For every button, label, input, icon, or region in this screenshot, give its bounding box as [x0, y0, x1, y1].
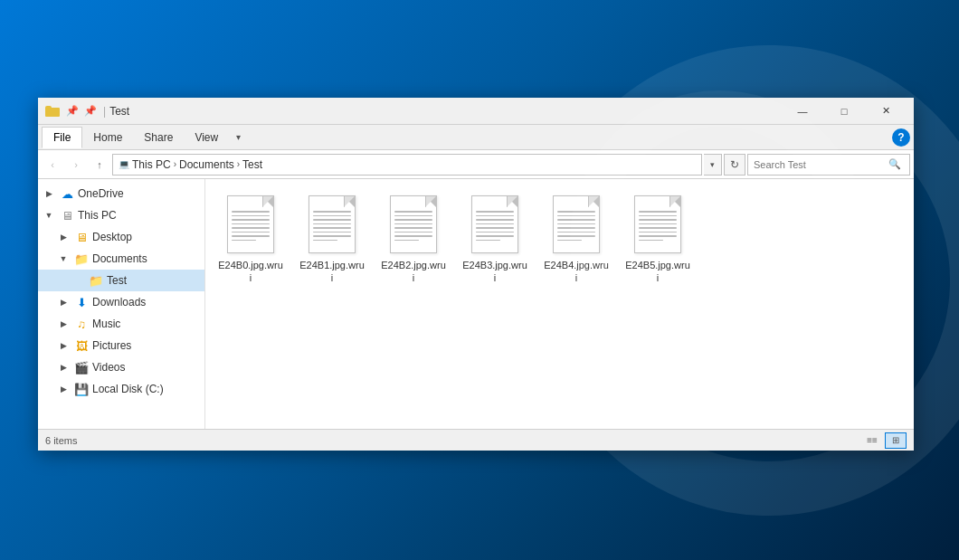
pin-icon: 📌 [65, 104, 80, 119]
icons-view-button[interactable]: ⊞ [885, 432, 907, 449]
documents-icon: 📁 [74, 252, 89, 266]
sidebar-item-videos[interactable]: ▶ 🎬 Videos [38, 356, 204, 378]
sidebar-item-music[interactable]: ▶ ♫ Music [38, 313, 204, 335]
file-name: E24B1.jpg.wrui [299, 259, 365, 285]
fold-corner [669, 196, 680, 207]
sidebar-item-local-disk[interactable]: ▶ 💾 Local Disk (C:) [38, 378, 204, 400]
search-icon[interactable]: 🔍 [886, 158, 904, 170]
sidebar-label-local-disk: Local Disk (C:) [92, 383, 164, 395]
window-title: Test [109, 105, 782, 118]
file-icon-wrap [305, 192, 359, 257]
search-box: 🔍 [747, 154, 910, 176]
tab-home[interactable]: Home [82, 128, 133, 147]
status-bar: 6 items ≡≡ ⊞ [38, 429, 914, 451]
expand-pictures-icon: ▶ [56, 338, 71, 353]
local-disk-icon: 💾 [74, 382, 89, 396]
sidebar-label-desktop: Desktop [92, 231, 132, 243]
file-icon-wrap [386, 192, 441, 257]
details-view-button[interactable]: ≡≡ [861, 432, 883, 449]
file-name: E24B2.jpg.wrui [381, 259, 446, 285]
onedrive-icon: ☁ [60, 186, 74, 201]
search-input[interactable] [754, 159, 886, 170]
expand-videos-icon: ▶ [56, 360, 71, 375]
ribbon-expand-icon[interactable]: ▾ [229, 128, 247, 147]
path-test: Test [242, 158, 262, 171]
item-count: 6 items [45, 435, 77, 446]
file-name: E24B0.jpg.wrui [218, 259, 283, 285]
fold-corner [262, 196, 273, 207]
sidebar-label-pictures: Pictures [92, 339, 131, 352]
sidebar-item-test[interactable]: 📁 Test [38, 270, 204, 291]
file-item[interactable]: E24B0.jpg.wrui [214, 188, 287, 289]
sidebar-item-downloads[interactable]: ▶ ⬇ Downloads [38, 291, 204, 313]
file-item[interactable]: E24B3.jpg.wrui [459, 188, 531, 289]
sidebar-item-pictures[interactable]: ▶ 🖼 Pictures [38, 335, 204, 356]
path-sep-2: › [237, 159, 240, 169]
sidebar-item-documents[interactable]: ▼ 📁 Documents [38, 248, 204, 270]
file-item[interactable]: E24B1.jpg.wrui [296, 188, 368, 289]
window-controls: — □ ✕ [782, 98, 907, 125]
sidebar-label-this-pc: This PC [78, 209, 117, 222]
window-icon [45, 104, 60, 119]
music-icon: ♫ [74, 317, 89, 331]
sidebar-label-videos: Videos [92, 361, 125, 374]
path-test-label: Test [242, 158, 262, 171]
document-icon [471, 195, 518, 253]
file-name: E24B5.jpg.wrui [625, 259, 690, 285]
path-pc-label: This PC [132, 158, 171, 171]
fold-corner [588, 196, 599, 207]
this-pc-icon: 🖥 [60, 208, 74, 223]
fold-corner [507, 196, 517, 207]
sidebar-item-desktop[interactable]: ▶ 🖥 Desktop [38, 226, 204, 248]
title-separator: | [103, 105, 106, 118]
file-item[interactable]: E24B2.jpg.wrui [377, 188, 450, 289]
desktop-icon: 🖥 [74, 230, 89, 244]
fold-corner [425, 196, 436, 207]
document-icon [227, 195, 274, 253]
document-icon [553, 195, 600, 253]
folder-icon [45, 106, 60, 117]
view-buttons: ≡≡ ⊞ [861, 432, 907, 449]
help-button[interactable]: ? [892, 128, 910, 147]
fold-corner [344, 196, 355, 207]
downloads-icon: ⬇ [74, 295, 89, 309]
refresh-button[interactable]: ↻ [724, 154, 745, 176]
pictures-icon: 🖼 [74, 338, 89, 353]
expand-desktop-icon: ▶ [56, 230, 71, 244]
expand-documents-icon: ▼ [56, 252, 71, 266]
address-dropdown[interactable]: ▾ [704, 154, 722, 176]
file-icon-wrap [468, 192, 522, 257]
forward-button[interactable]: › [65, 154, 87, 176]
pc-icon: 💻 [119, 159, 129, 169]
tab-file[interactable]: File [42, 127, 82, 148]
document-icon [309, 195, 356, 253]
file-item[interactable]: E24B4.jpg.wrui [540, 188, 612, 289]
expand-downloads-icon: ▶ [56, 295, 71, 309]
tab-share[interactable]: Share [133, 128, 184, 147]
expand-this-pc-icon: ▼ [42, 208, 56, 223]
address-bar: ‹ › ↑ 💻 This PC › Documents › Test ▾ ↻ 🔍 [38, 150, 914, 179]
tab-view[interactable]: View [184, 128, 229, 147]
doc-lines [639, 211, 677, 243]
minimize-button[interactable]: — [782, 98, 823, 125]
expand-local-disk-icon: ▶ [56, 382, 71, 396]
back-button[interactable]: ‹ [42, 154, 63, 176]
videos-icon: 🎬 [74, 360, 89, 375]
ribbon-menu: File Home Share View ▾ ? [38, 125, 914, 150]
sidebar-item-onedrive[interactable]: ▶ ☁ OneDrive [38, 183, 204, 204]
title-bar: 📌 📌 | Test — □ ✕ [38, 98, 914, 125]
sidebar-item-this-pc[interactable]: ▼ 🖥 This PC [38, 204, 204, 226]
file-icon-wrap [549, 192, 603, 257]
doc-lines [557, 211, 595, 243]
document-icon [634, 195, 681, 253]
file-item[interactable]: E24B5.jpg.wrui [622, 188, 694, 289]
address-path[interactable]: 💻 This PC › Documents › Test [112, 154, 702, 176]
close-button[interactable]: ✕ [865, 98, 907, 125]
main-area: ▶ ☁ OneDrive ▼ 🖥 This PC ▶ 🖥 Desktop ▼ 📁… [38, 179, 914, 429]
maximize-button[interactable]: □ [823, 98, 865, 125]
path-sep-1: › [174, 159, 176, 169]
file-name: E24B3.jpg.wrui [462, 259, 527, 285]
expand-music-icon: ▶ [56, 317, 71, 331]
test-folder-icon: 📁 [89, 273, 103, 288]
up-button[interactable]: ↑ [89, 154, 110, 176]
